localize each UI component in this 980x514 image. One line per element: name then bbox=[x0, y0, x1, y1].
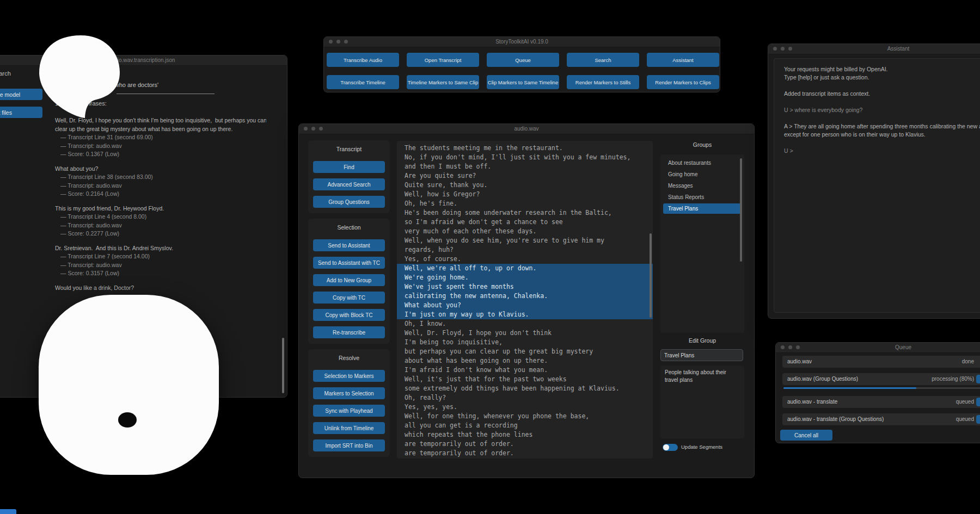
update-segments-toggle[interactable] bbox=[663, 444, 678, 451]
launcher-titlebar[interactable]: StoryToolkitAI v0.19.0 bbox=[324, 37, 720, 47]
launcher-button[interactable]: Render Markers to Stills bbox=[567, 75, 639, 89]
group-notes-textarea[interactable]: People talking about their travel plans bbox=[660, 366, 744, 438]
launcher-title: StoryToolkitAI v0.19.0 bbox=[324, 39, 720, 45]
transcript-line[interactable]: We're going home. bbox=[397, 273, 653, 282]
transcript-line[interactable]: Well, we're all off to, up or down. bbox=[397, 264, 653, 273]
transcript-line[interactable]: so I'm afraid we don't get a chance to s… bbox=[397, 218, 653, 227]
transcript-line[interactable]: Well, for one thing, whenever you phone … bbox=[397, 412, 653, 421]
launcher-button[interactable]: Queue bbox=[487, 53, 559, 67]
transcript-line[interactable]: Oh, he's fine. bbox=[397, 199, 653, 208]
transcript-line[interactable]: some extremely odd things have been happ… bbox=[397, 384, 653, 393]
transcript-line[interactable]: Well, Dr. Floyd, I hope you don't think bbox=[397, 329, 653, 338]
search-result-line: clear up the great big mystery about wha… bbox=[55, 125, 266, 134]
transcript-line[interactable]: very much of each other these days. bbox=[397, 227, 653, 236]
transcript-line[interactable]: He's been doing some underwater research… bbox=[397, 208, 653, 218]
panel-section-title: Transcript bbox=[313, 145, 385, 153]
panel-button[interactable]: Copy with TC bbox=[313, 292, 385, 304]
assistant-titlebar[interactable]: Assistant bbox=[768, 44, 980, 54]
transcript-line[interactable]: Oh, I know. bbox=[397, 319, 653, 329]
transcript-line[interactable]: and then I must be off. bbox=[397, 162, 653, 171]
transcription-window-title: audio.wav bbox=[299, 126, 754, 132]
transcript-line[interactable]: are temporarily out of order. bbox=[397, 449, 653, 458]
transcript-line[interactable]: We've just spent three months bbox=[397, 282, 653, 292]
transcript-line[interactable]: but perhaps you can clear up the great b… bbox=[397, 347, 653, 356]
groups-header: Groups bbox=[660, 141, 744, 148]
transcript-scrollbar[interactable] bbox=[650, 233, 652, 318]
panel-section: Resolve Selection to MarkersMarkers to S… bbox=[308, 349, 390, 457]
search-scrollbar[interactable] bbox=[282, 338, 284, 393]
transcript-line[interactable]: calibrating the new antenna, Chalenka. bbox=[397, 292, 653, 301]
panel-section: Selection Send to AssistantSend to Assis… bbox=[308, 219, 390, 344]
cancel-task-button[interactable]: x bbox=[976, 375, 980, 383]
transcript-line[interactable]: Yes, of course. bbox=[397, 255, 653, 264]
change-model-button[interactable]: Change model bbox=[0, 89, 42, 100]
transcript-line[interactable]: What about you? bbox=[397, 301, 653, 310]
panel-button[interactable]: Add to New Group bbox=[313, 274, 385, 286]
launcher-button[interactable]: Transcribe Timeline bbox=[327, 75, 399, 89]
assistant-window: Assistant Your requests might be billed … bbox=[768, 44, 980, 319]
transcript-line[interactable]: I'm just on my way up to Klavius. bbox=[397, 310, 653, 319]
transcription-titlebar[interactable]: audio.wav bbox=[299, 124, 754, 134]
group-list-item[interactable]: Status Reports bbox=[663, 192, 742, 202]
launcher-button[interactable]: Open Transcript bbox=[407, 53, 479, 67]
assistant-chat-area[interactable]: Your requests might be billed by OpenAI.… bbox=[774, 58, 980, 313]
group-list-item[interactable]: About restaurants bbox=[663, 158, 742, 168]
transcript-line[interactable]: Are you quite sure? bbox=[397, 171, 653, 181]
queue-task-status: processing (80%) bbox=[932, 373, 974, 385]
toggle-knob bbox=[663, 444, 669, 450]
transcript-line[interactable]: regards, huh? bbox=[397, 245, 653, 255]
panel-button[interactable]: Group Questions bbox=[313, 196, 385, 208]
panel-button[interactable]: Advanced Search bbox=[313, 178, 385, 190]
transcript-line[interactable]: I'm afraid I don't know what you mean. bbox=[397, 366, 653, 375]
transcript-line[interactable]: about what has been going on up there. bbox=[397, 356, 653, 366]
panel-button[interactable]: Sync with Playhead bbox=[313, 405, 385, 417]
queue-titlebar[interactable]: Queue bbox=[776, 343, 980, 353]
transcript-line[interactable]: Well, when you do see him, you're sure t… bbox=[397, 236, 653, 245]
panel-button[interactable]: Send to Assistant with TC bbox=[313, 257, 385, 269]
panel-button[interactable]: Unlink from Timeline bbox=[313, 422, 385, 434]
transcript-line[interactable]: Yes, yes, yes. bbox=[397, 402, 653, 412]
transcript-line[interactable]: Well, how is Gregor? bbox=[397, 190, 653, 199]
groups-scrollbar[interactable] bbox=[740, 158, 742, 262]
search-sidebar-label: Search bbox=[0, 70, 11, 77]
panel-button[interactable]: Send to Assistant bbox=[313, 239, 385, 251]
transcript-line[interactable]: which repeats that the phone lines bbox=[397, 430, 653, 439]
panel-button[interactable]: Copy with Block TC bbox=[313, 309, 385, 321]
search-input[interactable] bbox=[117, 94, 215, 94]
launcher-button[interactable]: Clip Markers to Same Timeline bbox=[487, 75, 559, 89]
group-name-input[interactable] bbox=[660, 349, 743, 361]
panel-button[interactable]: Re-transcribe bbox=[313, 326, 385, 338]
panel-button[interactable]: Find bbox=[313, 161, 385, 173]
launcher-button[interactable]: Assistant bbox=[647, 53, 719, 67]
transcript-line[interactable]: Well, it's just that for the past two we… bbox=[397, 375, 653, 384]
cancel-task-button[interactable]: x bbox=[976, 398, 980, 406]
group-list-item[interactable]: Messages bbox=[663, 181, 742, 191]
progress-bar-fill bbox=[783, 387, 916, 389]
transcript-line[interactable]: Oh, really? bbox=[397, 393, 653, 402]
assistant-chat-line: Type [help] or just ask a question. bbox=[784, 73, 980, 82]
transcript-line[interactable]: No, if you don't mind, I'll just sit wit… bbox=[397, 153, 653, 162]
panel-button[interactable]: Selection to Markers bbox=[313, 370, 385, 382]
list-files-button[interactable]: List files bbox=[0, 107, 42, 118]
transcript-line[interactable]: are temporarily out of order. bbox=[397, 439, 653, 449]
launcher-button[interactable]: Transcribe Audio bbox=[327, 53, 399, 67]
launcher-button[interactable]: Render Markers to Clips bbox=[647, 75, 719, 89]
launcher-button[interactable]: Timeline Markers to Same Clip bbox=[407, 75, 479, 89]
transcript-line[interactable]: Quite sure, thank you. bbox=[397, 181, 653, 190]
panel-button[interactable]: Import SRT into Bin bbox=[313, 439, 385, 451]
transcript-line[interactable]: all you can get is a recording bbox=[397, 421, 653, 430]
group-list-item[interactable]: Going home bbox=[663, 169, 742, 179]
transcript-line[interactable]: The students meeting me in the restauran… bbox=[397, 144, 653, 153]
launcher-window: StoryToolkitAI v0.19.0 Transcribe AudioO… bbox=[323, 36, 720, 92]
cancel-task-button[interactable]: x bbox=[976, 415, 980, 424]
queue-task-row: audio.wav - translate queued x bbox=[782, 396, 980, 408]
group-list-item[interactable]: Travel Plans bbox=[663, 203, 742, 214]
panel-button[interactable]: Markers to Selection bbox=[313, 387, 385, 399]
cancel-all-button[interactable]: Cancel all bbox=[780, 430, 832, 441]
transcription-window: audio.wav Transcript FindAdvanced Search… bbox=[298, 123, 755, 478]
transcript-text-area[interactable]: The students meeting me in the restauran… bbox=[397, 141, 653, 459]
search-result-line bbox=[55, 238, 266, 244]
launcher-button[interactable]: Search bbox=[567, 53, 639, 67]
transcript-line[interactable]: I'm being too inquisitive, bbox=[397, 338, 653, 347]
panel-section-title: Selection bbox=[313, 223, 385, 232]
